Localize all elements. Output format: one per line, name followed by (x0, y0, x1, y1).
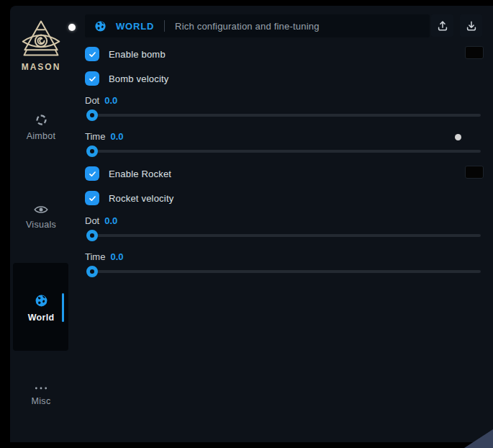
slider-label-dot: Dot 0.0 (85, 215, 117, 227)
upload-config-button[interactable] (431, 14, 453, 37)
page-title: WORLD (116, 21, 154, 32)
slider-track[interactable] (86, 270, 481, 273)
page-subtitle: Rich configuration and fine-tuning (175, 21, 319, 32)
slider-name: Dot (85, 215, 99, 226)
logo-text: MASON (22, 62, 61, 72)
slider-handle[interactable] (86, 266, 98, 277)
slider-value: 0.0 (110, 251, 123, 262)
rocket-color-swatch[interactable] (465, 166, 484, 179)
sidebar-item-visuals[interactable]: Visuals (10, 205, 72, 230)
slider-name: Dot (85, 95, 99, 106)
slider-handle[interactable] (86, 145, 98, 157)
cursor-dot (455, 134, 461, 140)
time-slider[interactable] (86, 266, 481, 277)
slider-handle[interactable] (86, 109, 98, 121)
sidebar-item-world[interactable]: World (10, 294, 72, 323)
globe-icon (94, 20, 107, 32)
sidebar-item-label: Misc (32, 396, 51, 406)
slider-handle[interactable] (86, 230, 98, 241)
slider-track[interactable] (86, 234, 481, 237)
slider-label-time: Time 0.0 (85, 251, 123, 263)
crosshair-icon (35, 114, 48, 126)
slider-track[interactable] (86, 150, 481, 153)
enable-rocket-checkbox[interactable] (85, 166, 99, 181)
checkbox-label: Enable bomb (109, 49, 166, 60)
check-icon (88, 194, 97, 203)
slider-value: 0.0 (104, 215, 117, 226)
app-window: MASON Aimbot Visuals World (10, 6, 493, 442)
slider-value: 0.0 (104, 95, 117, 106)
slider-name: Time (85, 251, 105, 262)
sidebar-item-aimbot[interactable]: Aimbot (10, 114, 72, 141)
slider-value: 0.0 (110, 131, 123, 142)
slider-label-time: Time 0.0 (85, 131, 123, 143)
time-slider[interactable] (86, 145, 481, 157)
header-divider (164, 20, 165, 32)
sidebar: MASON Aimbot Visuals World (10, 6, 72, 442)
check-icon (88, 74, 97, 84)
dot-slider[interactable] (86, 230, 481, 241)
bomb-color-swatch[interactable] (465, 46, 484, 59)
download-config-button[interactable] (460, 14, 482, 37)
cursor-dot (68, 24, 76, 31)
checkbox-label: Rocket velocity (109, 193, 173, 204)
sidebar-item-label: Aimbot (27, 131, 56, 141)
ellipsis-icon (34, 385, 48, 391)
logo: MASON (10, 19, 72, 72)
checkbox-label: Enable Rocket (109, 169, 171, 179)
enable-rocket-row: Enable Rocket (85, 166, 171, 181)
bomb-velocity-row: Bomb velocity (85, 71, 169, 86)
check-icon (88, 50, 97, 59)
sidebar-item-label: World (28, 313, 55, 323)
sidebar-item-label: Visuals (26, 220, 56, 230)
checkbox-label: Bomb velocity (109, 73, 169, 84)
rocket-velocity-row: Rocket velocity (85, 191, 173, 205)
slider-track[interactable] (86, 114, 481, 117)
slider-label-dot: Dot 0.0 (85, 95, 117, 107)
upload-icon (436, 19, 449, 32)
sidebar-item-misc[interactable]: Misc (10, 385, 72, 406)
rocket-velocity-checkbox[interactable] (85, 191, 99, 205)
enable-bomb-checkbox[interactable] (85, 47, 99, 61)
bomb-velocity-checkbox[interactable] (85, 71, 99, 86)
page-header: WORLD Rich configuration and fine-tuning (85, 14, 430, 37)
globe-icon (35, 294, 48, 308)
enable-bomb-row: Enable bomb (85, 47, 166, 61)
dot-slider[interactable] (86, 109, 481, 121)
download-icon (465, 19, 478, 32)
check-icon (88, 169, 97, 179)
eye-icon (34, 205, 48, 215)
mason-pyramid-eye-icon (20, 19, 62, 59)
slider-name: Time (85, 131, 105, 142)
